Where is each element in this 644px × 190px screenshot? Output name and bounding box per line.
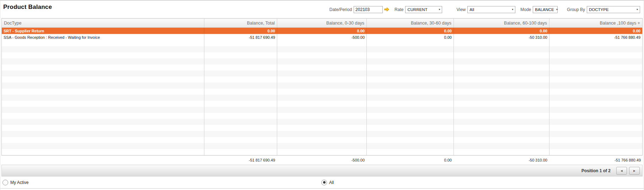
balance-table-body: SRT - Supplier Return0.000.000.000.000.0… [2, 28, 643, 155]
empty-row [2, 46, 643, 52]
group-by-filter: Group By DOCTYPE ▾ [567, 6, 640, 13]
empty-row [2, 143, 643, 149]
mode-filter: Mode BALANCE ▾ [520, 6, 558, 13]
empty-row [2, 149, 643, 155]
group-by-select-value: DOCTYPE [589, 7, 609, 12]
chevron-down-icon: ▾ [436, 8, 440, 11]
product-balance-page: Product Balance Date/Period Rate CURRENT… [0, 0, 644, 190]
empty-row [2, 70, 643, 76]
pagination-position-label: Position 1 of 2 [581, 168, 611, 173]
total-cell: -50 310.00 [454, 155, 549, 165]
view-filter: View All ▾ [456, 6, 515, 13]
date-period-label: Date/Period [329, 7, 352, 12]
column-header[interactable]: DocType [2, 19, 204, 28]
rate-filter: Rate CURRENT ▾ [395, 6, 442, 13]
empty-row [2, 101, 643, 107]
total-cell: -51 817 690.49 [204, 155, 277, 165]
footer-options: My Active All [0, 176, 644, 189]
empty-row [2, 58, 643, 64]
totals-row: -51 817 690.49-500.000.00-50 310.00-51 7… [1, 155, 643, 165]
total-cell: -51 766 880.49 [549, 155, 643, 165]
empty-row [2, 83, 643, 89]
column-header[interactable]: Balance, 60-100 days [454, 19, 549, 28]
column-header[interactable]: Balance, Total [204, 19, 277, 28]
empty-row [2, 76, 643, 83]
view-select[interactable]: All ▾ [467, 6, 515, 13]
balance-table: DocTypeBalance, TotalBalance, 0-30 daysB… [1, 18, 643, 155]
balance-cell[interactable]: -51 817 690.49 [204, 34, 277, 41]
table-row[interactable]: SSA - Goods Reception : Received - Waiti… [2, 34, 643, 41]
chevron-down-icon: ▾ [510, 8, 513, 11]
doctype-cell[interactable]: SRT - Supplier Return [2, 28, 204, 34]
empty-row [2, 40, 643, 46]
rate-select[interactable]: CURRENT ▾ [405, 6, 442, 13]
totals-cells: -51 817 690.49-500.000.00-50 310.00-51 7… [1, 155, 643, 165]
balance-cell[interactable]: 0.00 [277, 28, 367, 34]
group-by-label: Group By [567, 7, 585, 12]
pagination-bar: Position 1 of 2 ◄ ► [1, 165, 643, 176]
balance-cell[interactable]: -500.00 [277, 34, 367, 41]
empty-row [2, 137, 643, 143]
total-cell: -500.00 [277, 155, 366, 165]
view-label: View [456, 7, 466, 12]
mode-select[interactable]: BALANCE ▾ [533, 6, 558, 13]
empty-row [2, 95, 643, 101]
header-row: DocTypeBalance, TotalBalance, 0-30 daysB… [2, 19, 643, 28]
page-title: Product Balance [3, 4, 52, 11]
previous-page-button[interactable]: ◄ [616, 167, 627, 175]
balance-cell[interactable]: -51 766 880.49 [549, 34, 643, 41]
mode-label: Mode [520, 7, 531, 12]
rate-label: Rate [395, 7, 403, 12]
doctype-cell[interactable]: SSA - Goods Reception : Received - Waiti… [2, 34, 204, 41]
balance-grid: DocTypeBalance, TotalBalance, 0-30 daysB… [1, 18, 643, 165]
empty-row [2, 125, 643, 131]
empty-row [2, 113, 643, 119]
arrow-right-icon: ► [633, 169, 636, 173]
total-cell: 0.00 [366, 155, 454, 165]
my-active-radio[interactable]: My Active [2, 176, 28, 188]
empty-row [2, 119, 643, 125]
next-page-button[interactable]: ► [629, 167, 640, 175]
balance-cell[interactable]: 0.00 [367, 34, 454, 41]
empty-row [2, 64, 643, 70]
date-period-input[interactable] [354, 6, 383, 13]
column-header[interactable]: Balance, 30-60 days [367, 19, 454, 28]
filter-bar: Date/Period Rate CURRENT ▾ View All [329, 6, 640, 13]
empty-row [2, 52, 643, 58]
arrow-left-icon: ◄ [620, 169, 623, 173]
empty-row [2, 131, 643, 137]
column-header[interactable]: Balance, 0-30 days [277, 19, 367, 28]
empty-row [2, 89, 643, 95]
balance-table-header: DocTypeBalance, TotalBalance, 0-30 daysB… [2, 19, 643, 28]
group-by-select[interactable]: DOCTYPE ▾ [587, 6, 640, 13]
balance-cell[interactable]: 0.00 [454, 28, 549, 34]
radio-circle-icon[interactable] [2, 180, 8, 185]
top-bar: Product Balance Date/Period Rate CURRENT… [0, 1, 644, 18]
empty-row [2, 107, 643, 113]
date-period-filter: Date/Period [329, 6, 390, 13]
mode-select-value: BALANCE [535, 7, 554, 12]
balance-cell[interactable]: 0.00 [204, 28, 277, 34]
chevron-down-icon: ▾ [554, 8, 558, 11]
my-active-radio-label: My Active [10, 180, 28, 185]
go-arrow-icon[interactable] [384, 7, 390, 12]
column-header[interactable]: Balance ,100 days + [549, 19, 643, 28]
radio-circle-icon[interactable] [321, 180, 327, 185]
balance-cell[interactable]: -50 310.00 [454, 34, 549, 41]
all-radio-label: All [329, 180, 334, 185]
view-select-value: All [469, 7, 474, 12]
balance-cell[interactable]: 0.00 [367, 28, 454, 34]
balance-cell[interactable]: 0.00 [549, 28, 643, 34]
chevron-down-icon: ▾ [634, 8, 638, 11]
table-row[interactable]: SRT - Supplier Return0.000.000.000.000.0… [2, 28, 643, 34]
rate-select-value: CURRENT [407, 7, 427, 12]
all-radio[interactable]: All [321, 176, 334, 188]
